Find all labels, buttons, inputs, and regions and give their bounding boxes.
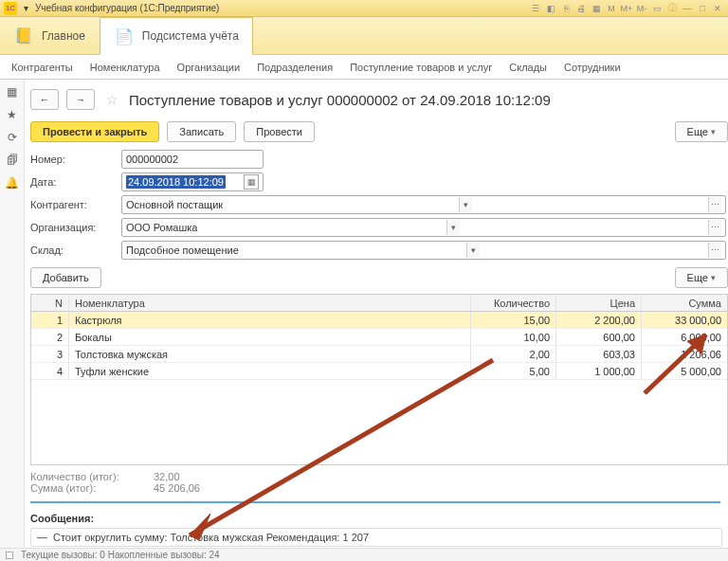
status-icon[interactable] xyxy=(6,552,13,559)
sys-icon[interactable]: ▭ xyxy=(650,2,664,15)
dropdown-icon[interactable]: ▾ xyxy=(446,220,460,235)
nav-link[interactable]: Организации xyxy=(177,62,241,73)
counterparty-label: Контрагент: xyxy=(30,199,116,210)
home-icon: 📒 xyxy=(13,26,34,46)
favorite-star-icon[interactable]: ☆ xyxy=(102,92,121,107)
totals-block: Количество (итог): 32,00 Сумма (итог): 4… xyxy=(30,465,728,496)
section-tabs: 📒 Главное 📄 Подсистема учёта xyxy=(0,17,728,55)
nav-link[interactable]: Номенклатура xyxy=(90,62,160,73)
warehouse-label: Склад: xyxy=(30,244,116,256)
nav-forward-button[interactable]: → xyxy=(66,89,95,110)
sys-icon[interactable]: ▦ xyxy=(590,2,603,15)
tab-subsystem[interactable]: 📄 Подсистема учёта xyxy=(100,17,253,55)
message-icon: — xyxy=(37,532,47,543)
history-icon[interactable]: ⟳ xyxy=(8,131,17,144)
more-button[interactable]: Еще xyxy=(675,121,728,142)
items-table: N Номенклатура Количество Цена Сумма 1 К… xyxy=(30,294,728,465)
qty-total-value: 32,00 xyxy=(154,471,180,482)
window-sys-icons: ☰ ◧ ⎘ 🖨 ▦ M M+ M- ▭ ⓘ — □ ✕ xyxy=(529,2,724,15)
sys-icon[interactable]: ☰ xyxy=(529,2,542,15)
calendar-icon[interactable]: ▦ xyxy=(244,174,259,190)
save-button[interactable]: Записать xyxy=(167,121,236,142)
table-empty-area xyxy=(31,380,727,465)
nav-link[interactable]: Поступление товаров и услуг xyxy=(350,62,492,73)
message-text: Стоит округлить сумму: Толстовка мужская… xyxy=(53,532,369,543)
info-icon[interactable]: ⓘ xyxy=(665,2,679,15)
doc-header: ← → ☆ Поступление товаров и услуг 000000… xyxy=(30,85,728,118)
command-bar: Контрагенты Номенклатура Организации Под… xyxy=(0,55,728,80)
nav-back-button[interactable]: ← xyxy=(30,89,59,110)
minimize-icon[interactable]: — xyxy=(681,2,694,15)
sys-icon[interactable]: M+ xyxy=(620,2,633,15)
sum-total-label: Сумма (итог): xyxy=(30,482,135,494)
sys-icon[interactable]: ◧ xyxy=(544,2,557,15)
table-row[interactable]: 3 Толстовка мужская 2,00 603,03 1 206,06 xyxy=(31,346,727,363)
divider xyxy=(30,501,720,503)
number-field[interactable]: 000000002 xyxy=(121,150,264,169)
table-row[interactable]: 2 Бокалы 10,00 600,00 6 000,00 xyxy=(31,329,727,346)
page-title: Поступление товаров и услуг 000000002 от… xyxy=(129,92,551,108)
table-row[interactable]: 4 Туфли женские 5,00 1 000,00 5 000,00 xyxy=(31,363,727,380)
table-row[interactable]: 1 Кастрюля 15,00 2 200,00 33 000,00 xyxy=(31,312,727,329)
qty-total-label: Количество (итог): xyxy=(30,471,135,482)
table-header: N Номенклатура Количество Цена Сумма xyxy=(31,295,727,312)
maximize-icon[interactable]: □ xyxy=(696,2,709,15)
favorites-icon[interactable]: ★ xyxy=(7,108,17,121)
organization-label: Организация: xyxy=(30,222,116,233)
counterparty-field[interactable]: Основной постащик ▾ ⋯ xyxy=(121,195,726,214)
sum-total-value: 45 206,06 xyxy=(154,482,200,494)
date-label: Дата: xyxy=(30,176,116,188)
open-icon[interactable]: ⋯ xyxy=(708,220,721,235)
tab-main[interactable]: 📒 Главное xyxy=(0,17,100,54)
col-name[interactable]: Номенклатура xyxy=(69,295,471,311)
form-fields: Номер: 000000002 Дата: 24.09.2018 10:12:… xyxy=(30,150,728,260)
logo-icon: 1C xyxy=(4,2,17,15)
number-label: Номер: xyxy=(30,154,116,165)
nav-link[interactable]: Склады xyxy=(509,62,547,73)
open-icon[interactable]: ⋯ xyxy=(708,197,721,212)
messages-title: Сообщения: xyxy=(30,509,728,528)
nav-link[interactable]: Подразделения xyxy=(257,62,333,73)
windows-icon[interactable]: 🗐 xyxy=(7,154,18,167)
message-row[interactable]: — Стоит округлить сумму: Толстовка мужск… xyxy=(30,528,722,547)
doc-icon: 📄 xyxy=(114,26,135,46)
open-icon[interactable]: ⋯ xyxy=(708,243,721,258)
sys-icon[interactable]: M- xyxy=(635,2,648,15)
nav-link[interactable]: Сотрудники xyxy=(564,62,621,73)
app-menu-dropdown[interactable]: ▾ xyxy=(20,3,31,14)
window-titlebar: 1C ▾ Учебная конфигурация (1С:Предприяти… xyxy=(0,0,728,17)
close-icon[interactable]: ✕ xyxy=(711,2,724,15)
form-toolbar: Провести и закрыть Записать Провести Еще xyxy=(30,118,728,150)
table-toolbar: Добавить Еще xyxy=(30,260,728,294)
date-field[interactable]: 24.09.2018 10:12:09 ▦ xyxy=(121,172,264,191)
col-sum[interactable]: Сумма xyxy=(642,295,727,311)
dropdown-icon[interactable]: ▾ xyxy=(459,197,472,212)
col-price[interactable]: Цена xyxy=(556,295,642,311)
sys-icon[interactable]: 🖨 xyxy=(574,2,588,15)
table-more-button[interactable]: Еще xyxy=(675,267,728,288)
dropdown-icon[interactable]: ▾ xyxy=(466,243,480,258)
status-text: Текущие вызовы: 0 Накопленные вызовы: 24 xyxy=(21,550,220,560)
window-title: Учебная конфигурация (1С:Предприятие) xyxy=(35,3,219,13)
col-qty[interactable]: Количество xyxy=(471,295,556,311)
status-bar: Текущие вызовы: 0 Накопленные вызовы: 24 xyxy=(0,548,728,561)
col-n[interactable]: N xyxy=(31,295,69,311)
sections-icon[interactable]: ▦ xyxy=(7,85,17,99)
sys-icon[interactable]: M xyxy=(605,2,618,15)
post-button[interactable]: Провести xyxy=(244,121,315,142)
tab-label: Подсистема учёта xyxy=(142,29,239,43)
left-toolbar: ▦ ★ ⟳ 🗐 🔔 xyxy=(0,80,25,548)
nav-link[interactable]: Контрагенты xyxy=(11,62,73,73)
post-and-close-button[interactable]: Провести и закрыть xyxy=(30,121,159,142)
tab-label: Главное xyxy=(42,29,85,43)
notify-icon[interactable]: 🔔 xyxy=(5,176,19,190)
add-row-button[interactable]: Добавить xyxy=(30,267,101,288)
warehouse-field[interactable]: Подсобное помещение ▾ ⋯ xyxy=(121,241,726,260)
organization-field[interactable]: ООО Ромашка ▾ ⋯ xyxy=(121,218,726,237)
sys-icon[interactable]: ⎘ xyxy=(559,2,573,15)
